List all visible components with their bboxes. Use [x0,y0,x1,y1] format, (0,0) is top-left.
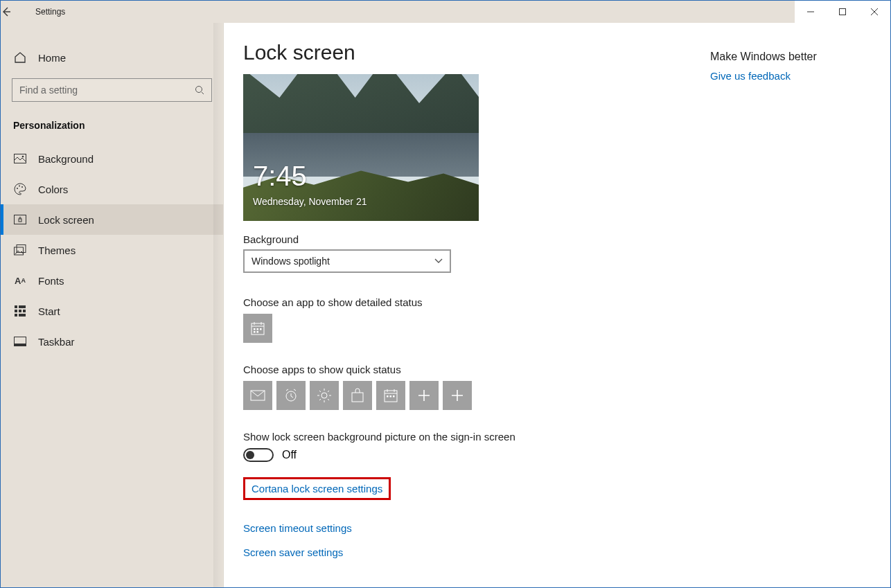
svg-rect-0 [840,9,846,15]
quick-status-tile-store[interactable] [343,381,372,410]
signin-bg-label: Show lock screen background picture on t… [243,431,871,443]
svg-rect-21 [254,328,256,330]
quick-status-tile-mail[interactable] [243,381,272,410]
chevron-down-icon [434,258,443,264]
content-area: Lock screen 7:45 Wednesday, November 21 … [224,23,890,587]
home-icon [13,51,27,64]
back-button[interactable] [1,6,31,17]
search-box[interactable] [12,78,212,102]
sidebar-section-title: Personalization [1,114,223,143]
sidebar-item-label: Start [38,305,60,317]
right-column: Make Windows better Give us feedback [710,51,863,82]
palette-icon [13,182,27,196]
detailed-status-label: Choose an app to show detailed status [243,296,871,308]
link-screen-timeout[interactable]: Screen timeout settings [243,522,871,534]
svg-point-28 [321,393,327,398]
svg-rect-8 [19,219,21,222]
sidebar-item-label: Taskbar [38,336,75,348]
svg-point-3 [22,156,24,158]
lock-screen-icon [13,213,27,226]
background-label: Background [243,233,871,245]
background-dropdown[interactable]: Windows spotlight [243,249,451,273]
calendar-icon [383,388,398,403]
svg-rect-14 [19,310,21,312]
mail-icon [250,390,265,401]
svg-rect-12 [19,305,26,308]
store-icon [350,388,365,403]
svg-rect-16 [15,314,17,317]
svg-rect-7 [15,215,26,224]
sidebar-item-label: Colors [38,184,68,195]
close-icon [871,8,878,15]
taskbar-icon [13,335,27,348]
sidebar-item-fonts[interactable]: AA Fonts [1,265,223,296]
sidebar-item-label: Themes [38,244,76,256]
preview-time: 7:45 [253,161,307,192]
weather-icon [316,387,333,404]
titlebar: Settings [1,1,890,23]
svg-rect-24 [254,331,256,333]
feedback-link[interactable]: Give us feedback [710,70,863,82]
start-icon [13,304,27,318]
sidebar-item-lock-screen[interactable]: Lock screen [1,204,223,235]
svg-rect-23 [260,328,262,330]
search-icon [195,85,204,95]
maximize-button[interactable] [827,1,858,23]
svg-point-6 [21,186,23,188]
sidebar-item-themes[interactable]: Themes [1,235,223,265]
svg-rect-31 [387,395,389,398]
minimize-icon [807,8,814,15]
svg-point-1 [196,87,202,93]
preview-date: Wednesday, November 21 [253,196,367,207]
quick-status-label: Choose apps to show quick status [243,364,871,375]
svg-rect-25 [257,331,259,333]
close-button[interactable] [858,1,890,23]
svg-point-5 [19,186,20,187]
quick-status-tile-add-2[interactable] [443,381,472,410]
minimize-button[interactable] [795,1,827,23]
signin-bg-toggle[interactable] [243,448,274,462]
sidebar-item-taskbar[interactable]: Taskbar [1,326,223,357]
search-input[interactable] [19,84,195,96]
svg-rect-33 [393,395,395,398]
sidebar-item-start[interactable]: Start [1,296,223,326]
sidebar: Home Personalization Background Colors L… [1,23,224,587]
calendar-icon [250,321,265,336]
svg-rect-32 [390,395,392,398]
signin-bg-value: Off [282,449,297,461]
svg-rect-11 [15,305,17,308]
svg-rect-13 [15,310,17,312]
svg-rect-17 [19,314,26,317]
detailed-status-app-tile[interactable] [243,314,272,343]
sidebar-item-background[interactable]: Background [1,143,223,174]
quick-status-tile-calendar[interactable] [376,381,405,410]
window-title: Settings [31,7,65,17]
right-heading: Make Windows better [710,51,863,63]
themes-icon [13,243,27,257]
maximize-icon [839,8,846,15]
arrow-left-icon [1,6,12,17]
lock-screen-preview: 7:45 Wednesday, November 21 [243,74,479,221]
svg-rect-22 [257,328,259,330]
sidebar-item-colors[interactable]: Colors [1,174,223,204]
sidebar-home-label: Home [38,52,66,64]
sidebar-item-label: Background [38,153,94,165]
link-cortana-settings[interactable]: Cortana lock screen settings [243,477,391,500]
sidebar-item-label: Fonts [38,275,64,287]
alarm-icon [283,388,299,403]
svg-rect-19 [15,344,26,346]
quick-status-tile-weather[interactable] [310,381,339,410]
svg-rect-29 [352,393,363,402]
picture-icon [13,152,27,166]
svg-point-4 [17,188,18,189]
quick-status-tile-alarm[interactable] [276,381,306,410]
background-dropdown-value: Windows spotlight [252,256,330,267]
plus-icon [418,389,430,402]
quick-status-tile-add-1[interactable] [409,381,439,410]
sidebar-home[interactable]: Home [1,42,223,73]
plus-icon [451,389,464,402]
link-screen-saver[interactable]: Screen saver settings [243,546,871,558]
fonts-icon: AA [13,274,27,287]
svg-rect-15 [23,310,26,312]
sidebar-item-label: Lock screen [38,214,94,226]
